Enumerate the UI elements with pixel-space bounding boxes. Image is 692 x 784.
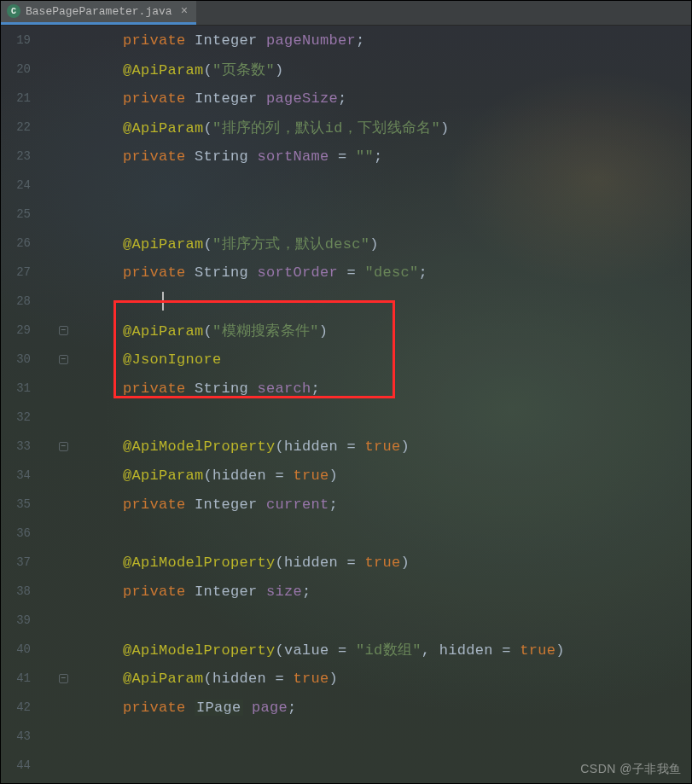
line-number: 44 bbox=[0, 758, 38, 772]
token bbox=[186, 264, 195, 281]
java-class-icon: C bbox=[7, 4, 20, 18]
code-content[interactable]: @ApiParam("排序方式，默认desc") bbox=[72, 234, 692, 253]
code-line[interactable]: 23private String sortName = ""; bbox=[0, 142, 692, 171]
line-number: 38 bbox=[0, 584, 38, 598]
code-content[interactable]: private String search; bbox=[72, 380, 692, 397]
token: ; bbox=[374, 148, 383, 165]
code-line[interactable]: 21private Integer pageSize; bbox=[0, 84, 692, 113]
code-line[interactable]: 43 bbox=[0, 722, 692, 751]
token: "desc" bbox=[365, 264, 419, 281]
code-content[interactable]: private Integer pageSize; bbox=[72, 90, 692, 107]
line-number: 32 bbox=[0, 410, 38, 424]
line-number: 27 bbox=[0, 265, 38, 279]
code-content[interactable]: @ApiParam(hidden = true) bbox=[72, 671, 692, 687]
code-content[interactable]: private String sortOrder = "desc"; bbox=[72, 264, 692, 281]
line-number: 40 bbox=[0, 642, 38, 656]
token bbox=[258, 32, 267, 49]
code-line[interactable]: 31private String search; bbox=[0, 374, 692, 403]
token: true bbox=[365, 438, 401, 455]
code-content[interactable]: @ApiParam("排序的列，默认id，下划线命名") bbox=[72, 118, 692, 137]
token: @JsonIgnore bbox=[123, 351, 222, 368]
code-line[interactable]: 42private IPage page; bbox=[0, 693, 692, 722]
code-content[interactable]: private IPage page; bbox=[72, 700, 692, 716]
line-number: 22 bbox=[0, 120, 38, 134]
code-line[interactable]: 32 bbox=[0, 403, 692, 432]
token: "排序方式，默认desc" bbox=[212, 236, 369, 253]
code-editor[interactable]: 19private Integer pageNumber;20@ApiParam… bbox=[0, 26, 692, 784]
code-content[interactable]: private Integer pageNumber; bbox=[72, 32, 692, 49]
code-line[interactable]: 33−@ApiModelProperty(hidden = true) bbox=[0, 432, 692, 461]
code-line[interactable]: 25 bbox=[0, 200, 692, 229]
code-line[interactable]: 36 bbox=[0, 519, 692, 548]
token: = bbox=[329, 148, 357, 165]
token bbox=[186, 32, 195, 49]
code-line[interactable]: 27private String sortOrder = "desc"; bbox=[0, 258, 692, 287]
fold-toggle-icon[interactable]: − bbox=[59, 442, 68, 451]
token bbox=[186, 90, 195, 107]
token: IPage bbox=[195, 700, 243, 716]
code-content[interactable]: @ApiModelProperty(hidden = true) bbox=[72, 555, 692, 571]
fold-toggle-icon[interactable]: − bbox=[59, 355, 68, 364]
editor-tab-filename: BasePageParameter.java bbox=[26, 5, 172, 18]
code-line[interactable]: 38private Integer size; bbox=[0, 577, 692, 606]
code-content[interactable]: private String sortName = ""; bbox=[72, 148, 692, 165]
code-content[interactable]: @ApiModelProperty(value = "id数组", hidden… bbox=[72, 640, 692, 659]
token: private bbox=[123, 380, 186, 397]
token: search bbox=[258, 380, 311, 397]
token: private bbox=[123, 90, 186, 107]
token: ; bbox=[338, 90, 347, 107]
line-number: 39 bbox=[0, 613, 38, 627]
code-line[interactable]: 26@ApiParam("排序方式，默认desc") bbox=[0, 229, 692, 258]
code-area[interactable]: 19private Integer pageNumber;20@ApiParam… bbox=[0, 26, 692, 784]
code-line[interactable]: 29−@ApiParam("模糊搜索条件") bbox=[0, 316, 692, 345]
token: @ApiModelProperty bbox=[123, 555, 276, 571]
code-line[interactable]: 39 bbox=[0, 606, 692, 635]
code-content[interactable]: private Integer current; bbox=[72, 497, 692, 513]
token bbox=[258, 90, 267, 107]
editor-tab-bar: C BasePageParameter.java × bbox=[0, 0, 692, 26]
token bbox=[243, 700, 253, 716]
token: "排序的列，默认id，下划线命名" bbox=[212, 120, 440, 136]
code-line[interactable]: 20@ApiParam("页条数") bbox=[0, 55, 692, 84]
token: current bbox=[266, 497, 329, 513]
token: pageNumber bbox=[266, 32, 356, 49]
code-content[interactable]: @ApiParam(hidden = true) bbox=[72, 467, 692, 484]
token: sortName bbox=[258, 148, 329, 165]
gutter-fold-col: − bbox=[55, 353, 72, 365]
code-line[interactable]: 19private Integer pageNumber; bbox=[0, 26, 692, 55]
token: @ApiParam bbox=[123, 120, 204, 136]
code-line[interactable]: 28 bbox=[0, 287, 692, 316]
line-number: 31 bbox=[0, 381, 38, 395]
code-line[interactable]: 34@ApiParam(hidden = true) bbox=[0, 461, 692, 490]
token: ; bbox=[302, 584, 311, 600]
token: "id数组" bbox=[356, 642, 422, 659]
fold-toggle-icon[interactable]: − bbox=[59, 326, 68, 335]
token: true bbox=[365, 555, 401, 571]
code-line[interactable]: 40@ApiModelProperty(value = "id数组", hidd… bbox=[0, 635, 692, 664]
code-line[interactable]: 35private Integer current; bbox=[0, 490, 692, 519]
code-content[interactable]: @ApiModelProperty(hidden = true) bbox=[72, 438, 692, 455]
fold-toggle-icon[interactable]: − bbox=[59, 674, 68, 683]
token: private bbox=[123, 700, 186, 716]
code-line[interactable]: 37@ApiModelProperty(hidden = true) bbox=[0, 548, 692, 577]
token: ) bbox=[319, 323, 329, 340]
code-content[interactable]: @JsonIgnore bbox=[72, 351, 692, 368]
editor-tab[interactable]: C BasePageParameter.java × bbox=[0, 0, 196, 25]
code-line[interactable]: 30−@JsonIgnore bbox=[0, 345, 692, 374]
code-content[interactable]: private Integer size; bbox=[72, 584, 692, 600]
code-content[interactable] bbox=[72, 292, 692, 311]
code-line[interactable]: 24 bbox=[0, 171, 692, 200]
code-content[interactable]: @ApiParam("页条数") bbox=[72, 60, 692, 79]
close-icon[interactable]: × bbox=[177, 4, 188, 18]
text-caret bbox=[162, 292, 164, 311]
token: @ApiParam bbox=[123, 467, 204, 484]
code-line[interactable]: 41−@ApiParam(hidden = true) bbox=[0, 664, 692, 693]
token: ) bbox=[369, 236, 379, 253]
token: private bbox=[123, 148, 186, 165]
token: ) bbox=[275, 62, 284, 78]
code-line[interactable]: 22@ApiParam("排序的列，默认id，下划线命名") bbox=[0, 113, 692, 142]
token: (hidden = bbox=[204, 671, 294, 687]
token: @ApiModelProperty bbox=[123, 642, 276, 659]
token: private bbox=[123, 32, 186, 49]
code-content[interactable]: @ApiParam("模糊搜索条件") bbox=[72, 321, 692, 340]
